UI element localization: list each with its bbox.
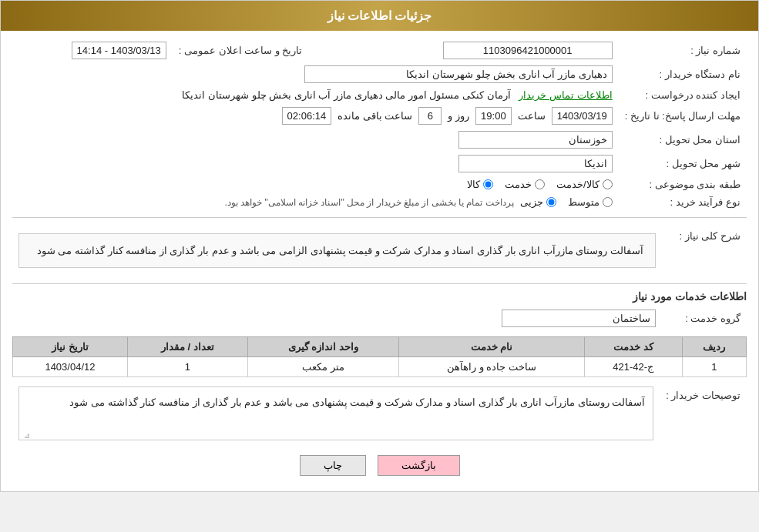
- description-box: آسفالت روستای مازرآب اناری بار گذاری اسن…: [18, 233, 656, 268]
- col-unit: واحد اندازه گیری: [247, 337, 398, 357]
- deadline-days: 6: [418, 107, 442, 125]
- action-buttons: بازگشت چاپ: [12, 455, 747, 476]
- buyer-notes-text: آسفالت روستای مازرآب اناری بار گذاری اسن…: [69, 396, 645, 408]
- service-group-label: گروه خدمت :: [662, 306, 747, 330]
- province-box: خوزستان: [458, 131, 613, 149]
- service-group-section: گروه خدمت : ساختمان: [12, 306, 747, 330]
- city-label: شهر محل تحویل :: [619, 152, 747, 176]
- buyer-name-box: دهیاری مازر آب اناری بخش چلو شهرستان اند…: [304, 65, 613, 83]
- buyer-notes-label: توصیحات خریدار :: [660, 383, 747, 443]
- buyer-name-value: دهیاری مازر آب اناری بخش چلو شهرستان اند…: [12, 62, 619, 86]
- category-radios: کالا/خدمت خدمت کالا: [12, 176, 619, 193]
- buyer-notes-section: توصیحات خریدار : آسفالت روستای مازرآب ان…: [12, 383, 747, 443]
- purchase-type-label: نوع فرآیند خرید :: [619, 193, 747, 211]
- page-title: جزئیات اطلاعات نیاز: [327, 9, 432, 22]
- description-section: شرح کلی نیاز : آسفالت روستای مازرآب انار…: [12, 224, 747, 277]
- col-date: تاریخ نیاز: [13, 337, 128, 357]
- creator-contact-link[interactable]: اطلاعات تماس خریدار: [519, 89, 612, 101]
- creator-value: اطلاعات تماس خریدار آرمان کنکی مسئول امو…: [12, 86, 619, 104]
- back-button[interactable]: بازگشت: [378, 455, 460, 476]
- deadline-date: 1403/03/19: [552, 107, 613, 125]
- deadline-remaining: 02:06:14: [282, 107, 332, 125]
- announce-date-label: تاریخ و ساعت اعلان عمومی :: [173, 38, 309, 62]
- need-number-value: 1103096421000001: [347, 38, 618, 62]
- need-number-label: شماره نیاز :: [619, 38, 747, 62]
- cell-date: 1403/04/12: [13, 357, 128, 377]
- creator-label: ایجاد کننده درخواست :: [619, 86, 747, 104]
- col-qty: تعداد / مقدار: [127, 337, 247, 357]
- cell-unit: متر مکعب: [247, 357, 398, 377]
- divider-1: [12, 217, 747, 218]
- purchase-type-row: متوسط جزیی پرداخت تمام یا بخشی از مبلغ خ…: [12, 193, 619, 211]
- announce-date-box: 1403/03/13 - 14:14: [72, 42, 166, 59]
- province-value: خوزستان: [12, 128, 619, 152]
- cell-row: 1: [682, 357, 746, 377]
- divider-2: [12, 283, 747, 284]
- deadline-time: 19:00: [475, 107, 512, 125]
- buyer-name-label: نام دستگاه خریدار :: [619, 62, 747, 86]
- buyer-notes-value: آسفالت روستای مازرآب اناری بار گذاری اسن…: [12, 383, 660, 443]
- category-option-1[interactable]: کالا: [467, 179, 493, 190]
- deadline-remaining-label: ساعت باقی مانده: [338, 110, 412, 122]
- col-code: کد خدمت: [584, 337, 682, 357]
- city-value: اندیکا: [12, 152, 619, 176]
- category-option-2[interactable]: خدمت: [505, 179, 545, 190]
- description-label: شرح کلی نیاز :: [662, 224, 747, 277]
- buyer-notes-box: آسفالت روستای مازرآب اناری بار گذاری اسن…: [18, 386, 653, 440]
- creator-name: آرمان کنکی مسئول امور مالی دهیاری مازر آ…: [182, 89, 510, 101]
- deadline-days-label: روز و: [448, 110, 469, 122]
- cell-qty: 1: [127, 357, 247, 377]
- service-group-value: ساختمان: [12, 306, 662, 330]
- table-row: 1 ج-42-421 ساخت جاده و راهآهن متر مکعب 1…: [13, 357, 747, 377]
- need-number-box: 1103096421000001: [443, 42, 613, 59]
- cell-name: ساخت جاده و راهآهن: [398, 357, 584, 377]
- services-table: ردیف کد خدمت نام خدمت واحد اندازه گیری ت…: [12, 336, 747, 377]
- deadline-time-label: ساعت: [518, 110, 546, 122]
- province-label: استان محل تحویل :: [619, 128, 747, 152]
- cell-code: ج-42-421: [584, 357, 682, 377]
- print-button[interactable]: چاپ: [300, 455, 366, 476]
- page-header: جزئیات اطلاعات نیاز: [1, 1, 758, 31]
- purchase-note: پرداخت تمام یا بخشی از مبلغ خریدار از مح…: [225, 197, 514, 208]
- description-value: آسفالت روستای مازرآب اناری بار گذاری اسن…: [12, 224, 662, 277]
- category-label: طبقه بندی موضوعی :: [619, 176, 747, 193]
- purchase-option-2[interactable]: متوسط: [568, 196, 613, 208]
- services-title: اطلاعات خدمات مورد نیاز: [12, 290, 747, 303]
- city-box: اندیکا: [458, 155, 613, 172]
- category-option-3[interactable]: کالا/خدمت: [556, 179, 613, 190]
- info-section: شماره نیاز : 1103096421000001 تاریخ و سا…: [12, 38, 747, 211]
- deadline-row: 1403/03/19 ساعت 19:00 روز و 6 ساعت باقی …: [12, 104, 619, 128]
- deadline-label: مهلت ارسال پاسخ: تا تاریخ :: [619, 104, 747, 128]
- announce-date-value: 1403/03/13 - 14:14: [12, 38, 173, 62]
- purchase-option-1[interactable]: جزیی: [520, 196, 556, 208]
- service-group-box: ساختمان: [502, 309, 656, 327]
- col-name: نام خدمت: [398, 337, 584, 357]
- col-row: ردیف: [682, 337, 746, 357]
- resize-handle: ⊿: [21, 429, 30, 438]
